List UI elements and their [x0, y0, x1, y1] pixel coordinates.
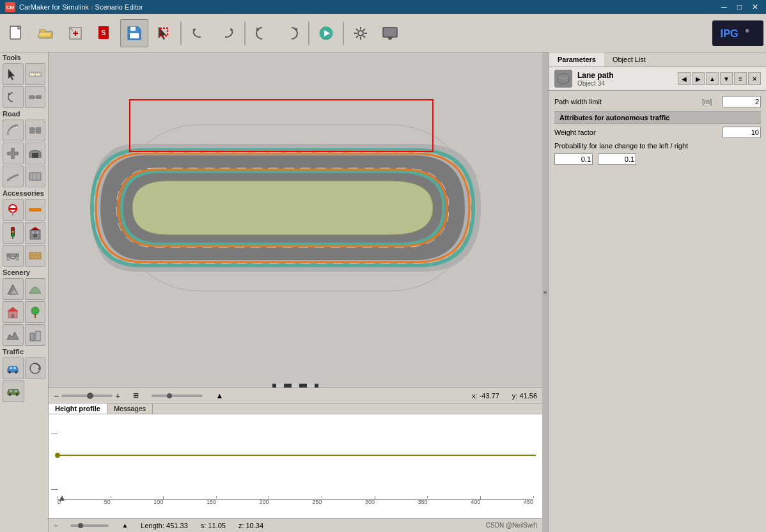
vehicle[interactable]: [3, 380, 24, 402]
zoom-in-icon[interactable]: +: [115, 391, 120, 401]
svg-rect-75: [15, 390, 17, 392]
traffic-light[interactable]: [3, 222, 24, 244]
svg-rect-66: [37, 332, 38, 334]
prob-left-input[interactable]: [554, 153, 593, 165]
obj-up-btn[interactable]: ▲: [706, 72, 719, 85]
zoom-control[interactable]: − +: [54, 391, 120, 401]
road-segment-tool[interactable]: [25, 86, 46, 108]
car-icon[interactable]: [3, 357, 24, 379]
weight-factor-input[interactable]: [723, 127, 761, 138]
obj-down-btn[interactable]: ▼: [720, 72, 733, 85]
obj-menu-btn[interactable]: ≡: [734, 72, 747, 85]
scenery-row-1: [0, 278, 48, 301]
path-width-unit: [m]: [702, 98, 717, 106]
track-svg: [84, 86, 506, 329]
svg-rect-68: [37, 338, 38, 339]
status-length: Length: 451.33: [141, 522, 187, 529]
play-button[interactable]: [312, 19, 340, 47]
house[interactable]: [3, 301, 24, 323]
rotate-tool[interactable]: [3, 86, 24, 108]
cliff[interactable]: [3, 324, 24, 346]
object-actions: ◀ ▶ ▲ ▼ ≡ ✕: [678, 72, 761, 85]
app-logo: CM: [5, 2, 15, 12]
canvas-area[interactable]: [49, 52, 542, 387]
road-area[interactable]: [25, 166, 46, 187]
tab-messages[interactable]: Messages: [107, 403, 153, 414]
mountain[interactable]: [3, 278, 24, 300]
cursor-tool[interactable]: [3, 63, 24, 85]
hp-position-marker: ▲: [58, 492, 66, 503]
svg-rect-24: [7, 152, 19, 155]
triangle-icon-1: ▲: [215, 391, 223, 400]
new-button[interactable]: [3, 19, 31, 47]
opacity-slider[interactable]: [152, 395, 203, 397]
zoom-out-icon[interactable]: −: [54, 391, 59, 401]
rotate-right-button[interactable]: [277, 19, 306, 47]
path-width-input[interactable]: [723, 96, 761, 107]
select-tool[interactable]: [150, 19, 178, 47]
svg-rect-65: [31, 337, 33, 338]
toolbar-separator-1: [180, 22, 182, 45]
import-button[interactable]: [61, 19, 90, 47]
right-panel-tabs: Parameters Object List: [549, 52, 766, 67]
zoom-out-btn-bottom[interactable]: −: [54, 522, 58, 529]
redo-button[interactable]: [214, 19, 242, 47]
maximize-btn[interactable]: □: [735, 3, 744, 12]
tab-parameters[interactable]: Parameters: [549, 52, 604, 66]
open-button[interactable]: [32, 19, 60, 47]
export-button[interactable]: S: [91, 19, 119, 47]
barrier[interactable]: [25, 199, 46, 221]
road-row-2: [0, 142, 48, 165]
settings-button[interactable]: [347, 19, 375, 47]
building[interactable]: [25, 222, 46, 244]
traffic-flow[interactable]: [25, 357, 46, 379]
road-junction[interactable]: [3, 143, 24, 164]
probability-inputs-row: [554, 153, 761, 168]
scenery-building[interactable]: [25, 324, 46, 346]
save-button[interactable]: [120, 19, 148, 47]
ruler-tool[interactable]: [25, 63, 46, 85]
bottom-zoom-thumb: [78, 523, 83, 528]
svg-point-35: [12, 231, 14, 233]
window-controls[interactable]: ─ □ ✕: [719, 3, 761, 12]
zoom-slider[interactable]: [61, 395, 113, 397]
obj-forward-btn[interactable]: ▶: [692, 72, 705, 85]
tab-object-list[interactable]: Object List: [604, 52, 654, 66]
prob-right-input[interactable]: [598, 153, 636, 165]
monitor-button[interactable]: [376, 19, 404, 47]
bottom-zoom-slider[interactable]: [70, 524, 109, 527]
wall[interactable]: [25, 245, 46, 267]
svg-rect-43: [36, 231, 38, 233]
object-title: Lane path: [577, 71, 673, 80]
road-tunnel[interactable]: [25, 143, 46, 164]
bridge[interactable]: [3, 245, 24, 267]
svg-rect-61: [35, 314, 36, 318]
obj-back-btn[interactable]: ◀: [678, 72, 691, 85]
svg-text:®: ®: [746, 28, 749, 34]
status-z: z: 10.34: [238, 522, 263, 529]
road-curve-left[interactable]: [3, 120, 24, 141]
section-traffic-label: Traffic: [0, 347, 48, 357]
svg-rect-37: [12, 237, 13, 239]
svg-rect-41: [35, 234, 37, 237]
collapse-handle[interactable]: ≡: [542, 52, 549, 532]
road-ramp[interactable]: [3, 166, 24, 187]
svg-point-72: [15, 371, 17, 373]
undo-button[interactable]: [184, 19, 212, 47]
rotate-left-button[interactable]: [248, 19, 276, 47]
close-btn[interactable]: ✕: [749, 3, 761, 12]
minimize-btn[interactable]: ─: [719, 3, 730, 12]
hp-lower-label: —: [51, 485, 58, 492]
tree[interactable]: [25, 301, 46, 323]
traffic-sign[interactable]: [3, 199, 24, 221]
grid-toggle[interactable]: ⊞: [133, 391, 139, 400]
tab-height-profile[interactable]: Height profile: [49, 403, 107, 414]
hill[interactable]: [25, 278, 46, 300]
svg-rect-46: [16, 256, 19, 260]
svg-marker-39: [30, 227, 40, 230]
road-straight[interactable]: [25, 120, 46, 141]
traffic-row-1: [0, 357, 48, 380]
obj-close-btn[interactable]: ✕: [748, 72, 761, 85]
svg-point-34: [12, 228, 14, 230]
height-profile-content: — — 0 50 100 150 200 250 300 350 400 450: [49, 414, 542, 515]
